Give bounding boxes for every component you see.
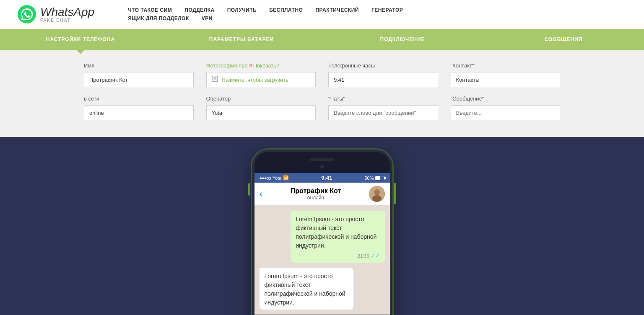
message-input[interactable]: [451, 105, 561, 120]
tab-battery[interactable]: ПАРАМЕТРЫ БАТАРЕИ: [161, 29, 322, 50]
signal-icon: ●●●oo: [260, 176, 271, 181]
form-grid: Имя Фотография про✕Показать? 🖼 Нажмите, …: [84, 62, 560, 120]
chat-body: Lorem Ipsum - это просто фиктивный текст…: [254, 206, 390, 315]
nav-row-2: ЯЩИК ДЛЯ ПОДДЕЛОК VPN: [128, 15, 403, 21]
status-time: 9:41: [321, 175, 332, 181]
online-label: в сети: [84, 96, 194, 102]
nav-get[interactable]: ПОЛУЧИТЬ: [227, 7, 257, 13]
status-bar: ●●●oo ●●●oo Yota Yota 📶 9:41 50%: [254, 173, 390, 183]
nav-fake-box[interactable]: ЯЩИК ДЛЯ ПОДДЕЛОК: [128, 15, 189, 21]
form-section: Имя Фотография про✕Показать? 🖼 Нажмите, …: [0, 50, 644, 137]
battery-fill: [376, 176, 380, 180]
form-group-chats: "Чаты": [328, 96, 438, 120]
photo-label: Фотография про✕Показать?: [206, 62, 316, 69]
battery-percent: 50%: [364, 176, 374, 181]
chat-name: Протрафик Кот: [266, 187, 366, 195]
status-right: 50%: [364, 176, 384, 181]
tab-phone-settings[interactable]: НАСТРОЙКИ ТЕЛЕФОНА: [0, 29, 161, 50]
chat-online-status: онлайн: [266, 195, 366, 201]
wifi-icon: 📶: [283, 175, 289, 181]
message-label: "Сообщение": [451, 96, 561, 102]
chat-header: ‹ Протрафик Кот онлайн: [254, 183, 390, 206]
nav-free[interactable]: БЕСПЛАТНО: [269, 7, 303, 13]
back-arrow-icon[interactable]: ‹: [260, 188, 263, 200]
bubble-out-text: Lorem Ipsum - это просто фиктивный текст…: [296, 216, 377, 249]
nav-links: ЧТО ТАКОЕ СИМ ПОДДЕЛКА ПОЛУЧИТЬ БЕСПЛАТН…: [128, 7, 403, 21]
bottom-section: ●●●oo ●●●oo Yota Yota 📶 9:41 50%: [0, 137, 644, 315]
tab-connection[interactable]: ПОДКЛЮЧЕНИЕ: [322, 29, 483, 50]
form-group-name: Имя: [84, 62, 194, 87]
tab-bar: НАСТРОЙКИ ТЕЛЕФОНА ПАРАМЕТРЫ БАТАРЕИ ПОД…: [0, 29, 644, 50]
form-group-time: Телефонные часы: [328, 62, 438, 87]
whatsapp-logo-icon: [17, 4, 37, 24]
form-group-contact: "Контакт": [451, 62, 561, 87]
logo-sub-text: FAKE CHAT: [40, 18, 94, 23]
battery-icon: [375, 176, 384, 180]
phone-top-bezel: [254, 152, 390, 173]
header: WhatsApp FAKE CHAT ЧТО ТАКОЕ СИМ ПОДДЕЛК…: [0, 0, 644, 29]
phone-camera: [320, 165, 324, 169]
form-group-photo: Фотография про✕Показать? 🖼 Нажмите, чтоб…: [206, 62, 316, 87]
form-group-operator: Оператор: [206, 96, 316, 120]
logo[interactable]: WhatsApp FAKE CHAT: [17, 4, 94, 24]
chats-label: "Чаты": [328, 96, 438, 102]
avatar-image: [369, 186, 385, 202]
online-input[interactable]: [84, 105, 194, 120]
nav-row-1: ЧТО ТАКОЕ СИМ ПОДДЕЛКА ПОЛУЧИТЬ БЕСПЛАТН…: [128, 7, 403, 13]
tab-messages[interactable]: СООБЩЕНИЯ: [483, 29, 644, 50]
nav-fake[interactable]: ПОДДЕЛКА: [184, 7, 214, 13]
avatar: [369, 186, 385, 202]
check-mark-icon: ✓✓: [371, 252, 380, 260]
logo-whatsapp-text: WhatsApp: [40, 6, 94, 18]
name-label: Имя: [84, 62, 194, 69]
time-label: Телефонные часы: [328, 62, 438, 69]
phone-wrapper: ●●●oo ●●●oo Yota Yota 📶 9:41 50%: [252, 150, 392, 315]
upload-button[interactable]: 🖼 Нажмите, чтобы загрузить: [206, 72, 316, 87]
svg-point-0: [18, 5, 36, 23]
chat-bubble-outgoing: Lorem Ipsum - это просто фиктивный текст…: [291, 211, 384, 263]
operator-label: Оператор: [206, 96, 316, 102]
contact-input[interactable]: [451, 72, 561, 87]
chat-info: Протрафик Кот онлайн: [266, 187, 366, 201]
phone-speaker: [309, 158, 335, 161]
svg-point-2: [374, 189, 380, 195]
chat-bubble-incoming: Lorem Ipsum - это просто фиктивный текст…: [260, 268, 353, 310]
nav-practical[interactable]: ПРАКТИЧЕСКИЙ: [315, 7, 359, 13]
form-group-online: в сети: [84, 96, 194, 120]
nav-vpn[interactable]: VPN: [202, 15, 213, 21]
carrier-text: Yota: [273, 176, 282, 181]
time-input[interactable]: [328, 72, 438, 87]
close-x-icon[interactable]: ✕: [249, 62, 253, 69]
phone-side-button-left: [248, 183, 250, 196]
bubble-in-text: Lorem Ipsum - это просто фиктивный текст…: [265, 273, 345, 306]
nav-sim[interactable]: ЧТО ТАКОЕ СИМ: [128, 7, 172, 13]
operator-input[interactable]: [206, 105, 316, 120]
phone-screen: ●●●oo ●●●oo Yota Yota 📶 9:41 50%: [254, 173, 390, 315]
form-group-message: "Сообщение": [451, 96, 561, 120]
nav-generator[interactable]: ГЕНЕРАТОР: [371, 7, 403, 13]
phone-side-button-right: [394, 183, 396, 204]
phone-mockup: ●●●oo ●●●oo Yota Yota 📶 9:41 50%: [252, 150, 392, 315]
contact-label: "Контакт": [451, 62, 561, 69]
status-left: ●●●oo ●●●oo Yota Yota 📶: [260, 175, 289, 181]
chats-input[interactable]: [328, 105, 438, 120]
name-input[interactable]: [84, 72, 194, 87]
bubble-out-time: 21:36 ✓✓: [296, 252, 379, 260]
upload-icon: 🖼: [212, 76, 218, 83]
svg-point-3: [372, 195, 382, 202]
